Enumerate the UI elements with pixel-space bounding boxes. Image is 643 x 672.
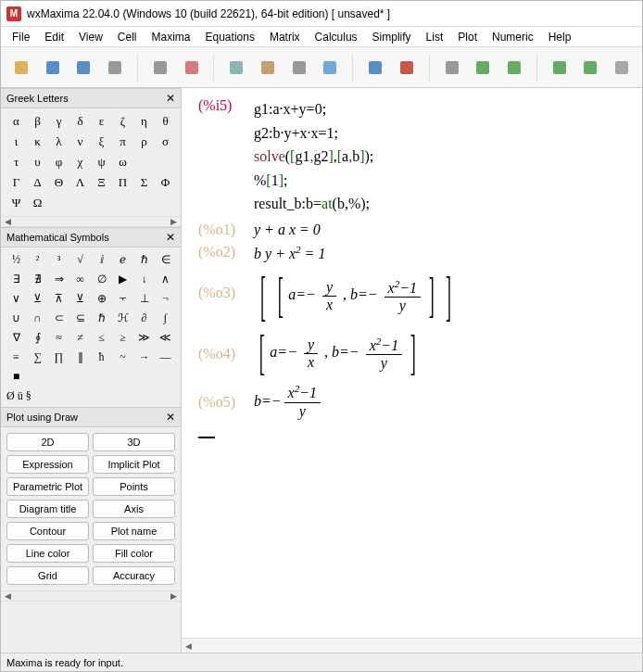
save-file-icon[interactable] bbox=[71, 54, 97, 82]
symbol[interactable]: ≡ bbox=[6, 349, 26, 366]
symbol[interactable]: ² bbox=[28, 251, 47, 269]
plot-implicit-plot[interactable]: Implicit Plot bbox=[93, 455, 175, 474]
close-icon[interactable]: ✕ bbox=[166, 231, 175, 244]
find-icon[interactable] bbox=[286, 54, 312, 82]
greek-γ[interactable]: γ bbox=[49, 112, 69, 131]
menu-list[interactable]: List bbox=[421, 29, 449, 45]
select-icon[interactable] bbox=[318, 54, 344, 82]
greek-β[interactable]: β bbox=[28, 112, 47, 131]
up-icon[interactable] bbox=[439, 54, 465, 82]
symbol[interactable]: ∇ bbox=[6, 329, 26, 347]
greek-υ[interactable]: υ bbox=[28, 153, 47, 171]
greek-Π[interactable]: Π bbox=[113, 173, 132, 192]
symbol[interactable]: ∩ bbox=[28, 310, 47, 327]
symbol[interactable]: ∑ bbox=[28, 349, 47, 366]
greek-χ[interactable]: χ bbox=[70, 153, 90, 171]
symbol[interactable]: ⊻ bbox=[70, 290, 90, 308]
symbol[interactable]: ⅈ bbox=[92, 251, 111, 269]
greek-θ[interactable]: θ bbox=[156, 112, 175, 131]
greek-η[interactable]: η bbox=[134, 112, 154, 131]
symbol[interactable]: ⊻ bbox=[28, 290, 47, 308]
greek-ω[interactable]: ω bbox=[113, 153, 132, 171]
symbol[interactable]: ‖ bbox=[70, 349, 90, 366]
symbol[interactable]: ∃ bbox=[6, 271, 26, 288]
chevron-left-icon[interactable]: ◀ bbox=[5, 591, 11, 601]
symbol[interactable]: → bbox=[134, 349, 154, 366]
copy-icon[interactable] bbox=[223, 54, 249, 82]
plot-3d[interactable]: 3D bbox=[93, 433, 175, 451]
greek-λ[interactable]: λ bbox=[49, 133, 69, 151]
symbol[interactable]: ≠ bbox=[70, 329, 90, 347]
greek-τ[interactable]: τ bbox=[6, 153, 26, 171]
close-icon[interactable]: ✕ bbox=[166, 92, 175, 105]
paste-icon[interactable] bbox=[255, 54, 281, 82]
open-file-icon[interactable] bbox=[40, 54, 66, 82]
menu-cell[interactable]: Cell bbox=[112, 29, 143, 45]
symbol[interactable]: ⇒ bbox=[49, 271, 69, 288]
chevron-right-icon[interactable]: ▶ bbox=[170, 217, 177, 226]
plot-2d[interactable]: 2D bbox=[6, 433, 89, 451]
worksheet-hscroll[interactable]: ◀ bbox=[182, 638, 642, 653]
greek-ξ[interactable]: ξ bbox=[92, 133, 111, 151]
symbol[interactable]: ħ bbox=[92, 349, 111, 366]
symbol[interactable]: ℏ bbox=[134, 251, 154, 269]
greek-ζ[interactable]: ζ bbox=[113, 112, 132, 131]
greek-κ[interactable]: κ bbox=[28, 133, 47, 151]
greek-ρ[interactable]: ρ bbox=[134, 133, 154, 151]
symbol[interactable]: ∨ bbox=[6, 290, 26, 308]
menu-view[interactable]: View bbox=[73, 29, 108, 45]
symbol[interactable]: ℏ bbox=[92, 310, 111, 327]
symbol[interactable]: ½ bbox=[6, 251, 26, 269]
symbol[interactable]: ℯ bbox=[113, 251, 132, 269]
greek-ψ[interactable]: ψ bbox=[92, 153, 111, 171]
greek-Σ[interactable]: Σ bbox=[134, 173, 154, 192]
greek-Φ[interactable]: Φ bbox=[156, 173, 175, 192]
run-icon[interactable] bbox=[362, 54, 388, 82]
symbol[interactable]: ⊕ bbox=[92, 290, 111, 308]
greek-π[interactable]: π bbox=[113, 133, 132, 151]
greek-Ξ[interactable]: Ξ bbox=[92, 173, 111, 192]
print-icon[interactable] bbox=[102, 54, 128, 82]
greek-Δ[interactable]: Δ bbox=[28, 173, 47, 192]
plot-plot-name[interactable]: Plot name bbox=[93, 522, 175, 540]
symbol[interactable]: ⫟ bbox=[113, 290, 132, 308]
symbol[interactable]: ▶ bbox=[113, 271, 132, 288]
symbol[interactable]: ∂ bbox=[134, 310, 154, 327]
next-icon[interactable] bbox=[501, 54, 527, 82]
plot-accuracy[interactable]: Accuracy bbox=[93, 566, 175, 585]
greek-ι[interactable]: ι bbox=[6, 133, 26, 151]
close-icon[interactable]: ✕ bbox=[166, 411, 175, 424]
symbol[interactable]: ⊂ bbox=[49, 310, 69, 327]
symbol[interactable]: ~ bbox=[113, 349, 132, 366]
plot-points[interactable]: Points bbox=[93, 477, 175, 496]
symbol[interactable]: ⊆ bbox=[70, 310, 90, 327]
greek-δ[interactable]: δ bbox=[70, 112, 90, 131]
chevron-left-icon[interactable]: ◀ bbox=[185, 641, 192, 651]
greek-σ[interactable]: σ bbox=[156, 133, 175, 151]
symbol[interactable]: ∄ bbox=[28, 271, 47, 288]
preferences-icon[interactable] bbox=[147, 54, 173, 82]
cell-input[interactable]: (%i5) g1:a·x+y=0;g2:b·y+x·x=1;solve([g1,… bbox=[198, 97, 633, 216]
plot-axis[interactable]: Axis bbox=[93, 500, 175, 518]
plot-fill-color[interactable]: Fill color bbox=[93, 544, 175, 563]
chevron-right-icon[interactable]: ▶ bbox=[170, 591, 177, 601]
symbol[interactable]: ∞ bbox=[70, 271, 90, 288]
greek-Λ[interactable]: Λ bbox=[70, 173, 90, 192]
menu-file[interactable]: File bbox=[6, 29, 35, 45]
symbol[interactable]: ∫ bbox=[156, 310, 175, 327]
panel-scroll[interactable]: ◀ ▶ bbox=[1, 216, 181, 227]
symbol[interactable]: ⊥ bbox=[134, 290, 154, 308]
symbol[interactable]: ⊼ bbox=[49, 290, 69, 308]
new-file-icon[interactable] bbox=[8, 54, 34, 82]
symbol[interactable]: ∪ bbox=[6, 310, 26, 327]
symbol[interactable]: ℋ bbox=[113, 310, 132, 327]
menu-simplify[interactable]: Simplify bbox=[367, 29, 417, 45]
menu-edit[interactable]: Edit bbox=[39, 29, 69, 45]
plot-expression[interactable]: Expression bbox=[6, 455, 89, 474]
prev-icon[interactable] bbox=[470, 54, 496, 82]
symbol[interactable]: ↓ bbox=[134, 271, 154, 288]
stop-icon[interactable] bbox=[394, 54, 420, 82]
plot-contour[interactable]: Contour bbox=[6, 522, 89, 540]
greek-Γ[interactable]: Γ bbox=[6, 173, 26, 192]
symbol[interactable]: ≥ bbox=[113, 329, 132, 347]
